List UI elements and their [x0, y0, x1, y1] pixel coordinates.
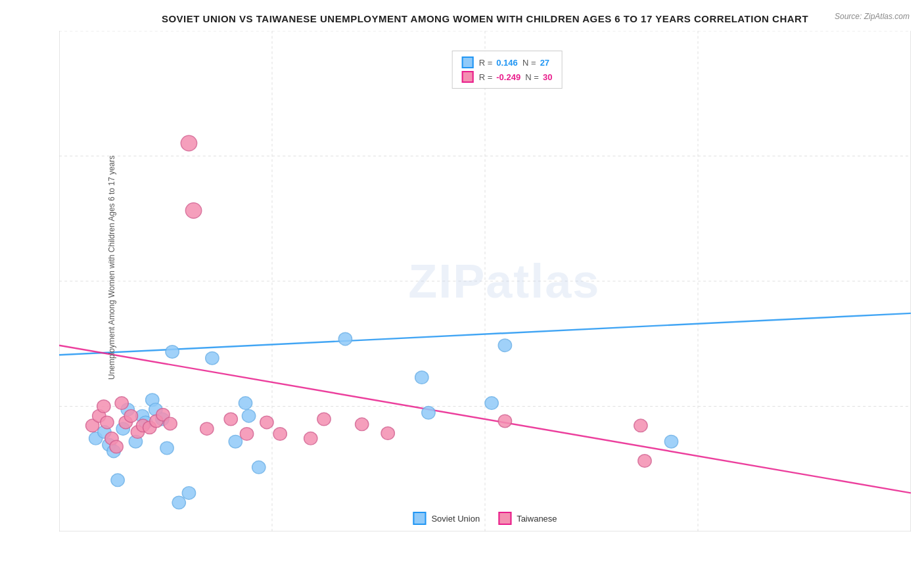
swatch-taiwanese [498, 512, 511, 525]
svg-point-69 [317, 413, 331, 426]
legend-box: R = 0.146 N = 27 R = -0.249 N = 30 [452, 51, 563, 89]
svg-point-40 [338, 332, 352, 346]
legend-n-val-taiwanese: 30 [543, 72, 552, 82]
legend-n-val-soviet: 27 [540, 58, 549, 68]
legend-row-taiwanese: R = -0.249 N = 30 [462, 71, 553, 83]
svg-point-65 [240, 428, 253, 441]
svg-point-42 [422, 407, 435, 420]
svg-point-64 [224, 413, 237, 426]
svg-point-63 [200, 422, 214, 436]
legend-n-soviet: N = [522, 58, 536, 68]
legend-swatch-soviet [462, 56, 474, 68]
svg-point-43 [485, 397, 498, 410]
svg-point-36 [229, 435, 242, 448]
svg-point-34 [182, 487, 195, 500]
svg-point-31 [160, 441, 173, 455]
legend-r-soviet: R = [479, 58, 493, 68]
svg-point-38 [242, 409, 255, 422]
svg-point-44 [498, 339, 511, 352]
svg-point-71 [381, 427, 394, 440]
svg-point-41 [415, 371, 428, 384]
svg-point-51 [110, 440, 123, 453]
legend-item-soviet: Soviet Union [413, 512, 480, 525]
svg-point-66 [260, 416, 273, 429]
svg-point-39 [252, 461, 266, 474]
svg-point-60 [164, 417, 177, 430]
svg-point-75 [638, 455, 651, 468]
chart-title: SOVIET UNION VS TAIWANESE UNEMPLOYMENT A… [59, 13, 911, 24]
bottom-legend: Soviet Union Taiwanese [413, 512, 557, 525]
svg-point-61 [181, 135, 196, 150]
svg-line-17 [59, 346, 911, 493]
svg-point-70 [356, 418, 369, 431]
svg-point-52 [115, 397, 128, 410]
svg-point-22 [111, 474, 124, 487]
legend-r-val-soviet: 0.146 [496, 58, 518, 68]
label-soviet: Soviet Union [431, 514, 480, 524]
svg-point-32 [166, 346, 179, 359]
chart-area: Unemployment Among Women with Children A… [59, 31, 911, 531]
scatter-plot: 30.0% 22.5% 15.0% 7.5% 0.0% 0.8% [59, 31, 911, 531]
svg-point-35 [206, 351, 219, 365]
svg-point-45 [664, 435, 678, 448]
legend-row-soviet: R = 0.146 N = 27 [462, 56, 553, 68]
chart-container: SOVIET UNION VS TAIWANESE UNEMPLOYMENT A… [0, 0, 924, 586]
svg-point-62 [185, 203, 201, 218]
svg-point-33 [172, 496, 185, 509]
legend-n-taiwanese: N = [525, 72, 539, 82]
svg-point-48 [97, 400, 110, 413]
svg-point-67 [273, 428, 287, 441]
svg-point-37 [239, 397, 252, 410]
legend-swatch-taiwanese [462, 71, 474, 83]
legend-r-taiwanese: R = [479, 72, 493, 82]
svg-point-73 [634, 419, 647, 432]
legend-r-val-taiwanese: -0.249 [496, 72, 520, 82]
legend-item-taiwanese: Taiwanese [498, 512, 557, 525]
y-axis-label: Unemployment Among Women with Children A… [107, 183, 116, 380]
svg-point-54 [124, 409, 137, 422]
label-taiwanese: Taiwanese [517, 514, 557, 524]
swatch-soviet [413, 512, 426, 525]
svg-point-68 [304, 432, 317, 445]
svg-point-49 [101, 416, 114, 429]
svg-point-72 [498, 415, 511, 428]
source-label: Source: ZipAtlas.com [835, 12, 910, 21]
